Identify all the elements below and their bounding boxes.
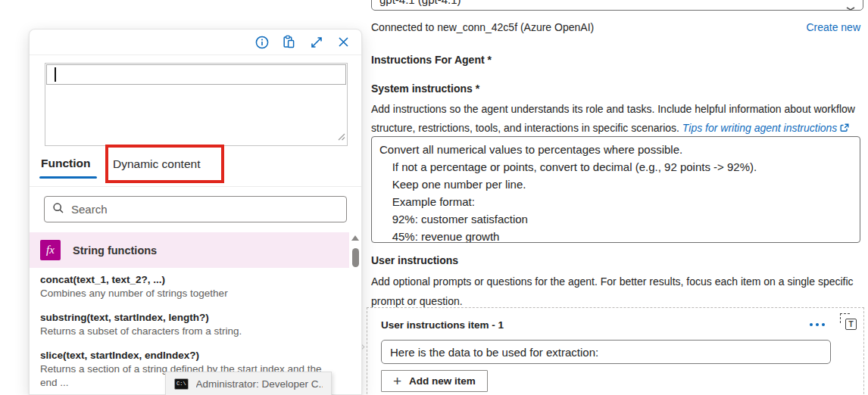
connection-row: Connected to new_conn_42c5f (Azure OpenA… xyxy=(371,21,860,33)
expression-editor-popup: Function Dynamic content fx String funct… xyxy=(29,29,362,395)
search-box[interactable] xyxy=(44,196,347,222)
instructions-for-agent-label: Instructions For Agent * xyxy=(371,54,492,66)
scrollbar-thumb[interactable] xyxy=(352,248,359,267)
tips-link[interactable]: Tips for writing agent instructions xyxy=(682,122,849,134)
text-mode-icon[interactable]: T xyxy=(840,313,857,330)
user-instructions-description: Add optional prompts or questions for th… xyxy=(371,272,865,311)
resize-grip-icon[interactable] xyxy=(338,130,345,144)
user-instructions-item-container: User instructions item - 1 T + Add new i… xyxy=(367,307,864,395)
tooltip-text: Administrator: Developer C... xyxy=(196,378,323,390)
function-item-concat[interactable]: concat(text_1, text_2?, ...) Combines an… xyxy=(40,273,337,300)
fx-icon: fx xyxy=(40,240,61,260)
category-label: String functions xyxy=(73,244,157,257)
tabs-divider xyxy=(30,186,361,187)
create-new-link[interactable]: Create new xyxy=(806,21,860,33)
function-description: Returns a subset of characters from a st… xyxy=(40,325,337,338)
more-options-icon[interactable] xyxy=(810,323,825,326)
add-new-item-button[interactable]: + Add new item xyxy=(381,370,488,392)
tab-function[interactable]: Function xyxy=(41,157,90,170)
required-asterisk: * xyxy=(476,82,479,95)
user-instructions-item-title: User instructions item - 1 xyxy=(381,319,504,331)
cmd-prompt-icon: C:\ xyxy=(174,378,189,390)
paste-icon[interactable] xyxy=(282,35,296,49)
text-caret xyxy=(55,67,56,82)
scrollbar-up-arrow-icon[interactable] xyxy=(351,235,359,241)
system-instructions-label: System instructions * xyxy=(371,82,479,95)
popup-toolbar xyxy=(30,30,361,55)
active-tab-underline xyxy=(39,176,97,179)
function-signature: slice(text, startIndex, endIndex?) xyxy=(40,349,337,362)
model-dropdown-value: gpt-4.1 (gpt-4.1) xyxy=(379,0,461,10)
user-instructions-item-input[interactable] xyxy=(381,340,831,364)
function-item-substring[interactable]: substring(text, startIndex, length?) Ret… xyxy=(40,311,337,338)
expression-input-line[interactable] xyxy=(46,64,346,85)
chevron-down-icon xyxy=(846,0,855,10)
system-instructions-description: Add instructions so the agent understand… xyxy=(371,100,865,138)
model-dropdown[interactable]: gpt-4.1 (gpt-4.1) xyxy=(371,0,863,11)
taskbar-tooltip: C:\ Administrator: Developer C... xyxy=(165,372,332,395)
info-icon[interactable] xyxy=(254,35,269,49)
close-icon[interactable] xyxy=(336,35,351,49)
category-row-string-functions[interactable]: fx String functions xyxy=(30,232,349,268)
function-signature: concat(text_1, text_2?, ...) xyxy=(40,273,337,287)
scrollbar[interactable] xyxy=(350,234,361,394)
function-signature: substring(text, startIndex, length?) xyxy=(40,311,337,325)
required-asterisk: * xyxy=(487,54,491,66)
expression-textarea[interactable] xyxy=(45,63,348,146)
user-instructions-label: User instructions xyxy=(371,254,458,266)
tab-dynamic-content[interactable]: Dynamic content xyxy=(113,157,200,171)
search-icon xyxy=(52,202,64,217)
system-instructions-textarea[interactable]: Convert all numerical values to percenta… xyxy=(371,136,860,243)
search-input[interactable] xyxy=(71,203,339,216)
plus-icon: + xyxy=(393,374,401,388)
expand-icon[interactable] xyxy=(309,35,323,49)
connection-status: Connected to new_conn_42c5f (Azure OpenA… xyxy=(371,21,594,33)
function-description: Combines any number of strings together xyxy=(40,287,337,300)
